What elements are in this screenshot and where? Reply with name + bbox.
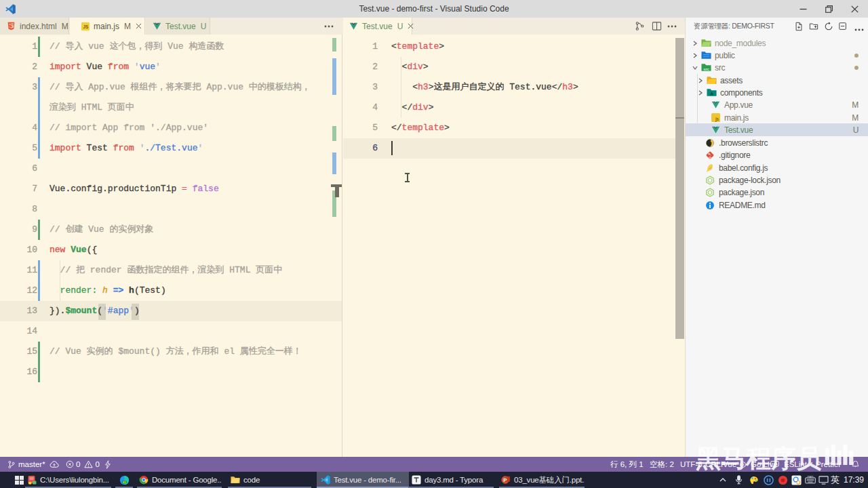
svg-text:JS: JS <box>83 24 89 29</box>
svg-text:js: js <box>715 117 719 122</box>
svg-text:EV: EV <box>123 481 126 483</box>
svg-text:P: P <box>503 477 507 483</box>
svg-text:src: src <box>703 66 709 71</box>
